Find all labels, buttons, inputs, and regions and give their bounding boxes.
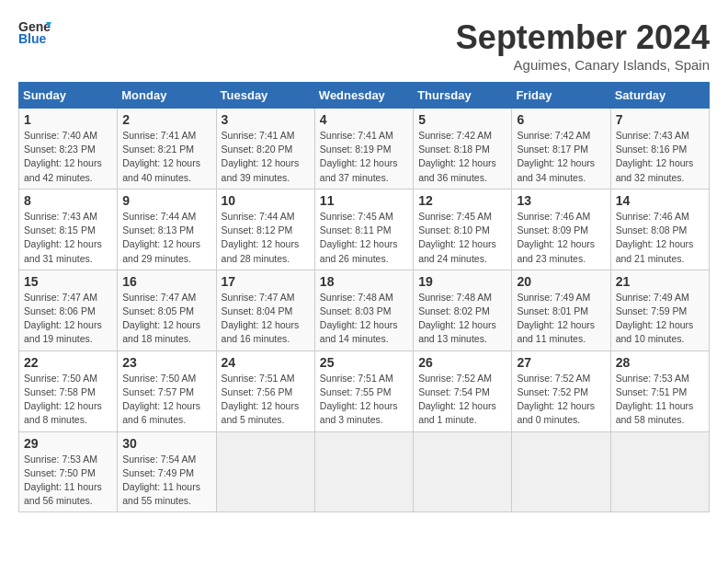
table-row: 12Sunrise: 7:45 AMSunset: 8:10 PMDayligh…	[414, 189, 512, 270]
table-row: 30Sunrise: 7:54 AMSunset: 7:49 PMDayligh…	[118, 431, 216, 512]
col-thursday: Thursday	[414, 83, 512, 109]
col-wednesday: Wednesday	[314, 83, 413, 109]
table-row: 24Sunrise: 7:51 AMSunset: 7:56 PMDayligh…	[216, 350, 314, 431]
table-row: 11Sunrise: 7:45 AMSunset: 8:11 PMDayligh…	[314, 189, 413, 270]
table-row: 13Sunrise: 7:46 AMSunset: 8:09 PMDayligh…	[512, 189, 610, 270]
table-row: 10Sunrise: 7:44 AMSunset: 8:12 PMDayligh…	[216, 189, 314, 270]
svg-text:Blue: Blue	[18, 31, 47, 46]
table-row: 19Sunrise: 7:48 AMSunset: 8:02 PMDayligh…	[414, 270, 512, 350]
col-tuesday: Tuesday	[216, 83, 314, 109]
table-row: 6Sunrise: 7:42 AMSunset: 8:17 PMDaylight…	[512, 109, 610, 190]
calendar-week-2: 8Sunrise: 7:43 AMSunset: 8:15 PMDaylight…	[19, 189, 710, 270]
col-monday: Monday	[118, 83, 216, 109]
table-row: 8Sunrise: 7:43 AMSunset: 8:15 PMDaylight…	[19, 189, 118, 270]
table-row: 14Sunrise: 7:46 AMSunset: 8:08 PMDayligh…	[610, 189, 709, 270]
calendar-subtitle: Aguimes, Canary Islands, Spain	[456, 57, 710, 73]
col-saturday: Saturday	[610, 83, 709, 109]
calendar-title: September 2024	[456, 18, 710, 57]
table-row: 26Sunrise: 7:52 AMSunset: 7:54 PMDayligh…	[414, 350, 512, 431]
table-row: 27Sunrise: 7:52 AMSunset: 7:52 PMDayligh…	[512, 350, 610, 431]
table-row: 18Sunrise: 7:48 AMSunset: 8:03 PMDayligh…	[314, 270, 413, 350]
table-row	[414, 431, 512, 512]
table-row: 28Sunrise: 7:53 AMSunset: 7:51 PMDayligh…	[610, 350, 709, 431]
table-row: 15Sunrise: 7:47 AMSunset: 8:06 PMDayligh…	[19, 270, 118, 350]
calendar-table: Sunday Monday Tuesday Wednesday Thursday…	[18, 82, 710, 512]
table-row: 5Sunrise: 7:42 AMSunset: 8:18 PMDaylight…	[414, 109, 512, 190]
table-row: 23Sunrise: 7:50 AMSunset: 7:57 PMDayligh…	[118, 350, 216, 431]
table-row	[512, 431, 610, 512]
title-block: September 2024 Aguimes, Canary Islands, …	[456, 18, 710, 73]
header-row: Sunday Monday Tuesday Wednesday Thursday…	[19, 83, 710, 109]
table-row: 2Sunrise: 7:41 AMSunset: 8:21 PMDaylight…	[118, 109, 216, 190]
calendar-week-1: 1Sunrise: 7:40 AMSunset: 8:23 PMDaylight…	[19, 109, 710, 190]
table-row: 25Sunrise: 7:51 AMSunset: 7:55 PMDayligh…	[314, 350, 413, 431]
table-row: 22Sunrise: 7:50 AMSunset: 7:58 PMDayligh…	[19, 350, 118, 431]
table-row: 29Sunrise: 7:53 AMSunset: 7:50 PMDayligh…	[19, 431, 118, 512]
page-header: General Blue September 2024 Aguimes, Can…	[18, 18, 710, 73]
table-row: 3Sunrise: 7:41 AMSunset: 8:20 PMDaylight…	[216, 109, 314, 190]
table-row	[610, 431, 709, 512]
table-row: 1Sunrise: 7:40 AMSunset: 8:23 PMDaylight…	[19, 109, 118, 190]
table-row: 7Sunrise: 7:43 AMSunset: 8:16 PMDaylight…	[610, 109, 709, 190]
table-row: 4Sunrise: 7:41 AMSunset: 8:19 PMDaylight…	[314, 109, 413, 190]
calendar-week-4: 22Sunrise: 7:50 AMSunset: 7:58 PMDayligh…	[19, 350, 710, 431]
calendar-week-5: 29Sunrise: 7:53 AMSunset: 7:50 PMDayligh…	[19, 431, 710, 512]
table-row: 9Sunrise: 7:44 AMSunset: 8:13 PMDaylight…	[118, 189, 216, 270]
table-row	[314, 431, 413, 512]
col-friday: Friday	[512, 83, 610, 109]
table-row: 20Sunrise: 7:49 AMSunset: 8:01 PMDayligh…	[512, 270, 610, 350]
table-row: 16Sunrise: 7:47 AMSunset: 8:05 PMDayligh…	[118, 270, 216, 350]
logo-icon: General Blue	[18, 18, 51, 46]
table-row	[216, 431, 314, 512]
col-sunday: Sunday	[19, 83, 118, 109]
calendar-week-3: 15Sunrise: 7:47 AMSunset: 8:06 PMDayligh…	[19, 270, 710, 350]
logo: General Blue	[18, 18, 51, 46]
table-row: 17Sunrise: 7:47 AMSunset: 8:04 PMDayligh…	[216, 270, 314, 350]
table-row: 21Sunrise: 7:49 AMSunset: 7:59 PMDayligh…	[610, 270, 709, 350]
